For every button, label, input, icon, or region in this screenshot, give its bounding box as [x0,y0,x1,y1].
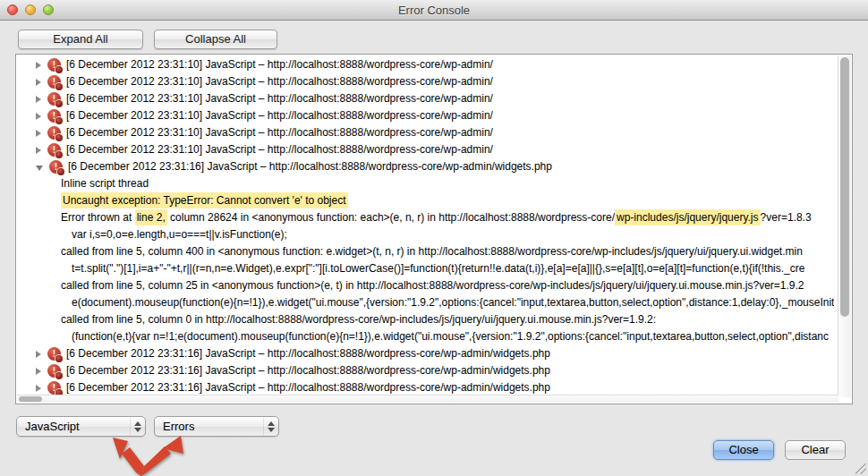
minimize-window-icon[interactable] [25,4,36,15]
resize-grip[interactable] [855,463,866,474]
console-entry-row[interactable]: ![6 December 2012 23:31:10] JavaScript –… [16,56,838,73]
disclosure-triangle-collapsed-icon[interactable] [36,113,41,120]
dropdown-stepper-icon [263,417,278,436]
javascript-error-icon: ! [47,75,61,89]
red-annotation-arrow-icon [100,432,199,476]
console-detail-row: (function(e,t){var n=!1;e(document).mous… [16,328,838,345]
javascript-error-icon: ! [47,58,61,72]
arrow-up-icon [268,421,275,426]
console-entry-row[interactable]: ![6 December 2012 23:31:16] JavaScript –… [16,362,838,379]
javascript-error-icon: ! [47,126,61,140]
expand-all-button[interactable]: Expand All [18,30,143,49]
row-text: var i,s=0,o=e.length,u=o===t||v.isFuncti… [72,226,287,243]
console-detail-row: t=t.split(".")[1],i=a+"-"+t,r||(r=n,n=e.… [16,260,838,277]
row-text: Error thrown at line 2, column 28624 in … [61,209,812,226]
console-detail-row: Inline script thread [16,175,838,192]
arrow-down-icon [268,428,275,432]
highlighted-text: wp-includes/js/jquery/jquery.js [615,209,761,225]
console-detail-row: called from line 5, column 0 in http://l… [16,311,838,328]
disclosure-triangle-collapsed-icon[interactable] [36,385,41,392]
zoom-window-icon[interactable] [43,4,54,15]
horizontal-scrollbar-thumb[interactable] [19,396,42,402]
console-detail-row: Error thrown at line 2, column 28624 in … [16,209,838,226]
row-text: t=t.split(".")[1],i=a+"-"+t,r||(r=n,n=e.… [72,260,804,277]
row-text: [6 December 2012 23:31:16] JavaScript – … [66,345,550,362]
console-entry-row[interactable]: ![6 December 2012 23:31:16] JavaScript –… [16,345,838,362]
disclosure-triangle-collapsed-icon[interactable] [36,79,41,86]
row-text: Inline script thread [61,175,149,192]
javascript-error-icon: ! [47,381,61,395]
row-text: [6 December 2012 23:31:10] JavaScript – … [66,73,493,90]
toolbar: Expand All Collapse All [18,30,277,49]
arrow-up-icon [134,421,141,426]
row-text: [6 December 2012 23:31:10] JavaScript – … [66,56,493,73]
highlighted-text: line 2, [135,209,167,225]
level-filter-dropdown[interactable]: Errors [154,416,279,437]
window-controls [7,4,54,15]
javascript-error-icon: ! [47,109,61,123]
row-text: e(document).mouseup(function(e){n=!1}),e… [72,294,834,311]
row-text: [6 December 2012 23:31:16] JavaScript – … [68,158,552,175]
console-entry-row[interactable]: ![6 December 2012 23:31:10] JavaScript –… [16,90,838,107]
console-entry-row[interactable]: ![6 December 2012 23:31:16] JavaScript –… [16,158,838,175]
window-title: Error Console [398,4,470,17]
title-bar: Error Console [0,0,868,21]
console-detail-row: e(document).mouseup(function(e){n=!1}),e… [16,294,838,311]
console-list-box: ![6 December 2012 23:31:10] JavaScript –… [15,54,853,404]
javascript-error-icon: ! [47,143,61,157]
row-text: [6 December 2012 23:31:16] JavaScript – … [66,362,550,379]
disclosure-triangle-collapsed-icon[interactable] [36,351,41,358]
console-entry-row[interactable]: ![6 December 2012 23:31:10] JavaScript –… [16,73,838,90]
row-text: [6 December 2012 23:31:10] JavaScript – … [66,124,493,141]
row-text: [6 December 2012 23:31:10] JavaScript – … [66,141,493,158]
javascript-error-icon: ! [49,160,63,174]
row-text: [6 December 2012 23:31:10] JavaScript – … [66,107,493,124]
javascript-error-icon: ! [47,92,61,106]
vertical-scrollbar[interactable] [838,55,851,397]
vertical-scrollbar-thumb[interactable] [840,57,849,317]
row-text: [6 December 2012 23:31:10] JavaScript – … [66,90,493,107]
level-filter-value: Errors [155,417,263,436]
close-window-icon[interactable] [7,4,18,15]
row-text: Uncaught exception: TypeError: Cannot co… [61,192,348,209]
disclosure-triangle-expanded-icon[interactable] [36,166,43,171]
disclosure-triangle-collapsed-icon[interactable] [36,147,41,154]
console-detail-row: var i,s=0,o=e.length,u=o===t||v.isFuncti… [16,226,838,243]
dropdown-stepper-icon [130,417,145,436]
console-list: ![6 December 2012 23:31:10] JavaScript –… [16,56,838,396]
javascript-error-icon: ! [47,347,61,361]
row-text: called from line 5, column 400 in <anony… [61,243,803,260]
source-filter-dropdown[interactable]: JavaScript [16,416,146,437]
console-entry-row[interactable]: ![6 December 2012 23:31:10] JavaScript –… [16,107,838,124]
javascript-error-icon: ! [47,364,61,378]
horizontal-scrollbar[interactable] [17,395,838,403]
close-button[interactable]: Close [713,440,774,460]
row-text: called from line 5, column 0 in http://l… [61,311,656,328]
disclosure-triangle-collapsed-icon[interactable] [36,62,41,69]
disclosure-triangle-collapsed-icon[interactable] [36,96,41,103]
clear-button[interactable]: Clear [785,440,846,460]
highlighted-text: Uncaught exception: TypeError: Cannot co… [61,192,348,208]
error-console-window: { "window": { "title": "Error Console" }… [0,0,868,476]
console-entry-row[interactable]: ![6 December 2012 23:31:10] JavaScript –… [16,141,838,158]
console-detail-row: called from line 5, column 400 in <anony… [16,243,838,260]
row-text: (function(e,t){var n=!1;e(document).mous… [72,328,829,345]
arrow-down-icon [134,428,141,432]
disclosure-triangle-collapsed-icon[interactable] [36,130,41,137]
row-text: called from line 5, column 25 in <anonym… [61,277,804,294]
console-detail-row: called from line 5, column 25 in <anonym… [16,277,838,294]
disclosure-triangle-collapsed-icon[interactable] [36,368,41,375]
source-filter-value: JavaScript [17,417,130,436]
collapse-all-button[interactable]: Collapse All [154,30,277,49]
console-detail-row: Uncaught exception: TypeError: Cannot co… [16,192,838,209]
console-entry-row[interactable]: ![6 December 2012 23:31:10] JavaScript –… [16,124,838,141]
